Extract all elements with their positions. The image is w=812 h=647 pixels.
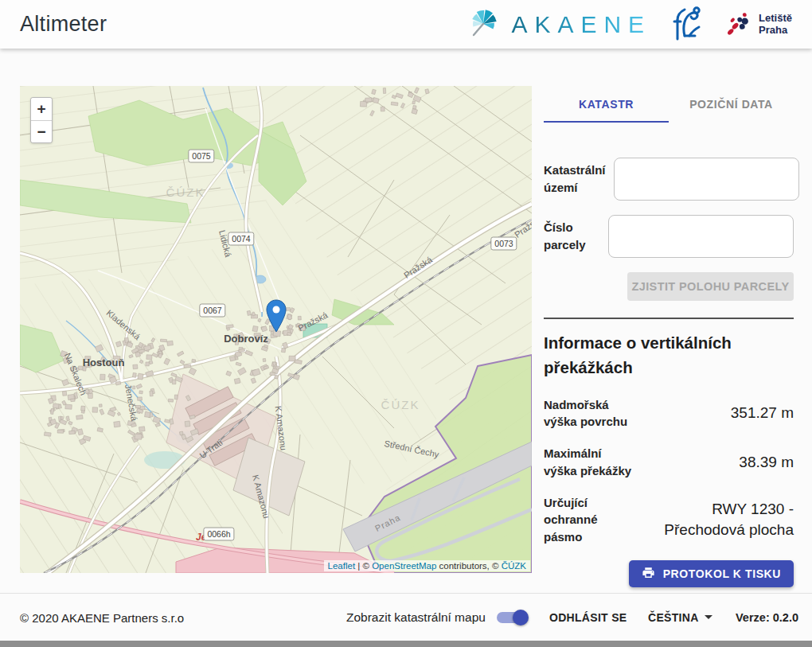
cuzk-link[interactable]: ČÚZK	[502, 561, 526, 571]
info-row-max-obstacle-height: Maximální výška překážky 38.39 m	[544, 445, 794, 480]
section-divider	[544, 318, 794, 319]
info-label: Maximální výška překážky	[544, 445, 633, 480]
tab-katastr[interactable]: KATASTR	[544, 88, 669, 121]
zoom-in-button[interactable]: +	[31, 98, 52, 120]
info-row-protection-zone: Určující ochranné pásmo RWY 1230 - Přech…	[544, 494, 794, 546]
tab-bar: KATASTR POZIČNÍ DATA	[544, 88, 794, 121]
page-title: Altimeter	[20, 12, 107, 37]
letiste-praha-logo: Letiště Praha	[724, 10, 792, 39]
cislo-parcely-label: Číslo parcely	[544, 219, 608, 254]
akaene-wordmark: AKAENE	[511, 11, 651, 38]
map-marker-icon[interactable]	[266, 299, 287, 336]
language-selector[interactable]: ČEŠTINA	[648, 611, 712, 624]
side-panel: KATASTR POZIČNÍ DATA Katastrální území Č…	[544, 88, 794, 587]
cadastral-map-toggle-group: Zobrazit katastrální mapu	[346, 610, 527, 626]
akaene-logo: AKAENE	[467, 6, 651, 43]
katastralni-uzemi-label: Katastrální území	[544, 162, 614, 197]
letiste-praha-text: Letiště Praha	[759, 13, 792, 36]
katastralni-uzemi-input[interactable]	[614, 158, 799, 201]
info-value: 38.39 m	[633, 452, 794, 473]
cislo-parcely-input[interactable]	[608, 215, 794, 258]
info-value: 351.27 m	[633, 403, 794, 423]
map[interactable]: HostouňDobrovízPrahaJenečPražskáPražskáP…	[20, 86, 532, 573]
app-window: Altimeter AKAENE	[0, 0, 812, 641]
toggle-thumb	[513, 610, 529, 626]
cadastral-map-toggle-label: Zobrazit katastrální mapu	[346, 610, 486, 625]
tab-pozicni-data[interactable]: POZIČNÍ DATA	[669, 88, 794, 121]
copyright-text: © 2020 AKAENE Partners s.r.o	[20, 610, 184, 624]
active-tab-indicator	[544, 121, 669, 123]
info-heading: Informace o vertikálních překážkách	[544, 331, 794, 380]
info-label: Nadmořská výška povrchu	[544, 396, 633, 431]
cvut-logo	[672, 6, 704, 44]
map-zoom-control: + −	[30, 97, 53, 143]
letiste-praha-logo-icon	[724, 10, 753, 39]
info-row-surface-elevation: Nadmořská výška povrchu 351.27 m	[544, 396, 794, 431]
katastr-form: Katastrální území Číslo parcely ZJISTIT …	[544, 158, 794, 301]
caret-down-icon	[705, 615, 712, 619]
printer-icon	[642, 566, 655, 582]
leaflet-link[interactable]: Leaflet	[328, 561, 356, 571]
header: Altimeter AKAENE	[0, 0, 812, 49]
logout-button[interactable]: ODHLÁSIT SE	[549, 611, 627, 624]
version-text: Verze: 0.2.0	[736, 611, 798, 624]
brand-logos: AKAENE	[467, 6, 792, 44]
zjistit-polohu-parcely-button[interactable]: ZJISTIT POLOHU PARCELY	[627, 272, 794, 301]
zoom-out-button[interactable]: −	[31, 120, 52, 142]
protokol-k-tisku-button[interactable]: PROTOKOL K TISKU	[629, 560, 794, 587]
info-value: RWY 1230 - Přechodová plocha	[633, 499, 794, 540]
footer: © 2020 AKAENE Partners s.r.o Zobrazit ka…	[0, 593, 812, 641]
info-label: Určující ochranné pásmo	[544, 494, 633, 546]
osm-link[interactable]: OpenStreetMap	[372, 561, 436, 571]
map-attribution: Leaflet | © OpenStreetMap contributors, …	[324, 560, 530, 571]
akaene-fan-icon	[467, 6, 501, 43]
toggle-switch[interactable]	[497, 610, 527, 626]
